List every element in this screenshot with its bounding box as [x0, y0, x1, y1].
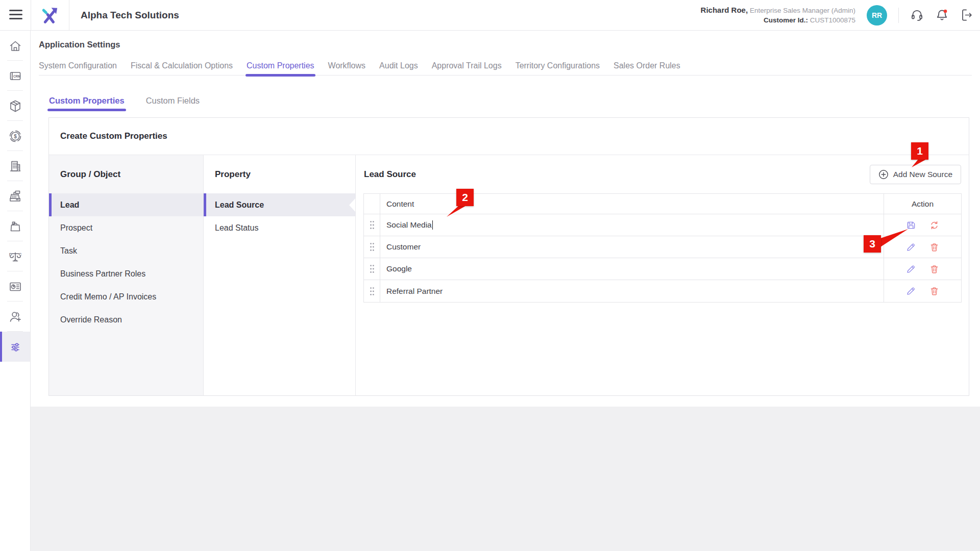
customer-id-label: Customer Id.: — [764, 16, 808, 24]
app-logo[interactable] — [31, 0, 69, 30]
register-icon — [8, 189, 22, 204]
add-new-source-button[interactable]: Add New Source — [870, 165, 961, 184]
tab-approval-trail-logs[interactable]: Approval Trail Logs — [432, 56, 502, 75]
plus-circle-icon — [878, 169, 889, 180]
action-cell — [884, 236, 961, 258]
svg-text:CRM: CRM — [13, 74, 20, 78]
user-info: Richard Roe, Enterprise Sales Manager (A… — [701, 5, 855, 26]
user-role: Enterprise Sales Manager (Admin) — [750, 7, 855, 14]
list-item-lead-source[interactable]: Lead Source — [204, 193, 355, 216]
sidebar-item-sales-register[interactable] — [0, 181, 30, 211]
sidebar-item-company[interactable] — [0, 151, 30, 181]
top-bar: Alpha Tech Solutions Richard Roe, Enterp… — [0, 0, 980, 31]
list-item-prospect[interactable]: Prospect — [49, 216, 203, 239]
group-object-column: Group / Object LeadProspectTaskBusiness … — [49, 155, 203, 395]
building-icon — [8, 159, 22, 173]
report-icon — [8, 280, 22, 294]
reset-action-icon[interactable] — [929, 220, 939, 230]
annotation-badge-2: 2 — [456, 189, 474, 206]
list-item-lead-status[interactable]: Lead Status — [204, 216, 355, 239]
list-item-task[interactable]: Task — [49, 239, 203, 262]
subtab-custom-fields[interactable]: Custom Fields — [146, 96, 200, 106]
text-caret — [432, 220, 433, 230]
annotation-badge-3: 3 — [864, 235, 881, 253]
page-title: Application Settings — [39, 40, 120, 49]
avatar[interactable]: RR — [867, 5, 887, 26]
drag-handle-icon[interactable] — [364, 258, 380, 280]
sidebar-item-home[interactable] — [0, 31, 30, 61]
group-object-header: Group / Object — [49, 155, 203, 193]
sidebar-item-settings[interactable] — [0, 332, 30, 362]
edit-action-icon[interactable] — [906, 264, 916, 274]
property-header: Property — [204, 155, 355, 193]
action-cell — [884, 258, 961, 280]
property-column: Property Lead SourceLead Status — [203, 155, 356, 395]
drag-handle-icon[interactable] — [364, 236, 380, 258]
card-title: Create Custom Properties — [60, 131, 167, 141]
logout-icon[interactable] — [960, 8, 974, 22]
drag-handle-icon[interactable] — [364, 214, 380, 236]
action-cell — [884, 280, 961, 302]
settings-tab-bar: System ConfigurationFiscal & Calculation… — [39, 56, 972, 76]
drag-column-header — [364, 194, 380, 214]
delete-action-icon[interactable] — [929, 264, 939, 274]
table-row: Social Media — [364, 214, 961, 236]
svg-text:D: D — [9, 252, 12, 256]
customer-id-value: CUST1000875 — [810, 16, 855, 24]
list-item-override-reason[interactable]: Override Reason — [49, 308, 203, 331]
header-divider — [898, 8, 899, 23]
notifications-bell-icon[interactable] — [935, 8, 949, 22]
sidebar-item-crm[interactable]: CRM — [0, 61, 30, 91]
list-item-business-partner-roles[interactable]: Business Partner Roles — [49, 262, 203, 285]
sliders-icon — [8, 340, 22, 354]
hamburger-menu-icon[interactable] — [9, 10, 22, 21]
subtab-custom-properties[interactable]: Custom Properties — [49, 96, 125, 106]
sub-tab-bar: Custom PropertiesCustom Fields — [49, 96, 200, 106]
edit-action-icon[interactable] — [906, 286, 916, 296]
package-icon — [8, 99, 22, 113]
lead-source-title: Lead Source — [364, 155, 416, 193]
content-cell[interactable]: Referral Partner — [380, 280, 884, 302]
drag-handle-icon[interactable] — [364, 280, 380, 302]
support-headset-icon[interactable] — [910, 8, 924, 22]
scale-icon: DC — [8, 249, 22, 264]
content-cell[interactable]: Customer — [380, 236, 884, 258]
save-action-icon[interactable] — [906, 220, 916, 230]
tab-workflows[interactable]: Workflows — [328, 56, 366, 75]
user-name: Richard Roe, — [701, 6, 748, 14]
currency-icon: $ — [8, 129, 22, 143]
list-item-lead[interactable]: Lead — [49, 193, 203, 216]
list-item-credit-memo-ap-invoices[interactable]: Credit Memo / AP Invoices — [49, 285, 203, 308]
sidebar-item-add-user[interactable] — [0, 302, 30, 332]
annotation-badge-1: 1 — [911, 142, 928, 160]
table-row: Referral Partner — [364, 280, 961, 302]
home-icon — [8, 39, 22, 53]
delete-action-icon[interactable] — [929, 242, 939, 252]
sidebar-item-pricing[interactable]: $ — [0, 121, 30, 151]
left-sidebar: CRM$DC — [0, 31, 31, 551]
sidebar-item-accounting[interactable]: DC — [0, 241, 30, 271]
tab-fiscal-calculation-options[interactable]: Fiscal & Calculation Options — [131, 56, 233, 75]
svg-text:$: $ — [14, 133, 17, 139]
notification-dot — [944, 10, 947, 13]
lead-source-panel: Lead Source Add New Source Content — [356, 155, 969, 395]
table-row: Google — [364, 258, 961, 280]
sidebar-item-procurement[interactable] — [0, 211, 30, 241]
delete-action-icon[interactable] — [929, 286, 939, 296]
tab-custom-properties[interactable]: Custom Properties — [247, 56, 314, 75]
content-edit-field[interactable]: Social Media — [380, 214, 884, 236]
add-new-source-label: Add New Source — [893, 170, 952, 179]
brand-title: Alpha Tech Solutions — [81, 0, 179, 30]
application-window: Alpha Tech Solutions Richard Roe, Enterp… — [0, 0, 980, 551]
tab-system-configuration[interactable]: System Configuration — [39, 56, 117, 75]
sidebar-item-reports[interactable] — [0, 271, 30, 302]
content-cell[interactable]: Google — [380, 258, 884, 280]
tab-audit-logs[interactable]: Audit Logs — [379, 56, 418, 75]
edit-action-icon[interactable] — [906, 242, 916, 252]
sidebar-item-products[interactable] — [0, 91, 30, 121]
table-header-row: Content Action — [364, 194, 961, 214]
create-custom-properties-card: Create Custom Properties Group / Object … — [48, 117, 969, 396]
tab-territory-configurations[interactable]: Territory Configurations — [516, 56, 600, 75]
tab-sales-order-rules[interactable]: Sales Order Rules — [614, 56, 680, 75]
action-cell — [884, 214, 961, 236]
